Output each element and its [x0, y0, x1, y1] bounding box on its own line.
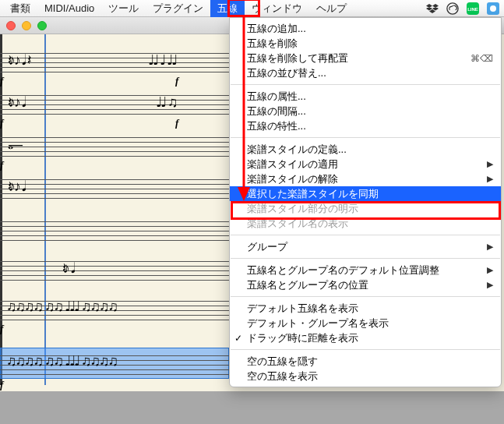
- staff-row[interactable]: 𝄽 ♪ ♩: [0, 256, 229, 281]
- menu-midi-audio[interactable]: MIDI/Audio: [37, 0, 101, 17]
- menu-apply-style[interactable]: 楽譜スタイルの適用▶: [230, 157, 501, 171]
- menu-item-label: 五線を削除して再配置: [247, 51, 348, 65]
- staff-row[interactable]: f f 𝄽 ♪♪ ♩ ♩♩ ♫: [0, 90, 229, 115]
- music-notes: ♩♩ ♩ ♩♩: [148, 53, 176, 67]
- menu-separator: [231, 235, 500, 235]
- staff-menu-dropdown: 五線の追加... 五線を削除 五線を削除して再配置 ⌘⌫ 五線の並び替え... …: [229, 17, 502, 387]
- menu-group[interactable]: グループ▶: [230, 239, 501, 254]
- creative-cloud-icon[interactable]: [446, 2, 459, 15]
- svg-point-4: [490, 5, 496, 12]
- menu-show-default-staff-names[interactable]: デフォルト五線名を表示: [230, 301, 501, 316]
- music-notes: 𝄽 ♪ ♩: [62, 261, 74, 275]
- submenu-arrow-icon: ▶: [487, 174, 493, 184]
- dropbox-icon[interactable]: [426, 2, 439, 15]
- menu-item-label: 楽譜スタイルの適用: [247, 157, 338, 171]
- menu-item-label: 楽譜スタイルの定義...: [247, 143, 347, 157]
- menu-name-position[interactable]: 五線名とグループ名の位置▶: [230, 277, 501, 292]
- menu-item-label: 五線の特性...: [247, 119, 306, 133]
- menu-staff-properties[interactable]: 五線の特性...: [230, 118, 501, 133]
- menu-item-label: ドラッグ時に距離を表示: [247, 331, 358, 345]
- music-notes: ♫♫♫♫ ♫♫ ♩♩♩ ♫♫♫♫: [6, 299, 117, 313]
- menu-window[interactable]: ウィンドウ: [245, 0, 309, 17]
- app-status-icon[interactable]: [487, 2, 499, 15]
- menu-item-label: 楽譜スタイル部分の明示: [247, 202, 358, 216]
- menu-plugins[interactable]: プラグイン: [146, 0, 210, 17]
- submenu-arrow-icon: ▶: [487, 265, 493, 275]
- dynamic-marking: f: [0, 117, 3, 129]
- menu-item-label: 空の五線を隠す: [247, 355, 318, 369]
- menu-show-drag-distance[interactable]: ✓ドラッグ時に距離を表示: [230, 330, 501, 345]
- menu-item-label: 五線名とグループ名のデフォルト位置調整: [247, 263, 439, 277]
- staff-row[interactable]: f 𝅝 —: [0, 132, 229, 157]
- dynamic-marking: f: [0, 323, 3, 335]
- staff-row-selected[interactable]: f ♫♫♫♫ ♫♫ ♩♩♩ ♫♫♫♫: [0, 351, 229, 376]
- menu-staff[interactable]: 五線: [210, 0, 245, 17]
- staff-row[interactable]: 𝄽 ♪♪ ♩: [0, 175, 229, 200]
- menu-delete-reposition-staff[interactable]: 五線を削除して再配置 ⌘⌫: [230, 51, 501, 65]
- menu-staff-attributes[interactable]: 五線の属性...: [230, 89, 501, 104]
- menu-item-label: 五線の追加...: [247, 22, 306, 36]
- window-controls: [6, 21, 47, 30]
- staff-row[interactable]: [0, 217, 229, 242]
- menu-tools[interactable]: ツール: [101, 0, 146, 17]
- menu-delete-staff[interactable]: 五線を削除: [230, 36, 501, 51]
- menubar-status-area: LINE: [426, 2, 504, 15]
- menu-default-name-position[interactable]: 五線名とグループ名のデフォルト位置調整▶: [230, 263, 501, 277]
- line-icon[interactable]: LINE: [467, 2, 479, 15]
- menu-show-empty-staves[interactable]: 空の五線を表示: [230, 369, 501, 383]
- menu-item-label: 空の五線を表示: [247, 369, 318, 383]
- svg-text:LINE: LINE: [467, 7, 478, 12]
- menu-separator: [231, 296, 500, 297]
- menu-item-label: 五線の間隔...: [247, 104, 306, 118]
- dynamic-marking: f: [175, 117, 178, 129]
- shortcut-icon: ⌘⌫: [471, 53, 493, 64]
- music-notes: 𝅝 —: [8, 137, 21, 151]
- staff-row[interactable]: f f 𝄽 ♪♪ ♩ 𝄽 ♩♩ ♩ ♩♩: [0, 48, 229, 73]
- menu-item-label: デフォルト五線名を表示: [247, 302, 358, 316]
- checkmark-icon: ✓: [234, 333, 242, 344]
- menu-item-label: 五線の並び替え...: [247, 66, 326, 80]
- submenu-arrow-icon: ▶: [487, 242, 493, 252]
- menu-item-label: 楽譜スタイル名の表示: [247, 217, 348, 231]
- menu-show-style-parts: 楽譜スタイル部分の明示: [230, 201, 501, 216]
- menu-separator: [231, 137, 500, 138]
- menu-document[interactable]: 書類: [3, 0, 37, 17]
- maximize-button[interactable]: [37, 21, 47, 30]
- dynamic-marking: f: [175, 75, 178, 87]
- system-menubar: 書類 MIDI/Audio ツール プラグイン 五線 ウィンドウ ヘルプ LIN…: [0, 0, 504, 17]
- music-notes: ♫♫♫♫ ♫♫ ♩♩♩ ♫♫♫♫: [6, 354, 117, 368]
- menu-separator: [231, 258, 500, 259]
- dynamic-marking: f: [0, 75, 3, 87]
- score-bottom-edge: [0, 391, 504, 401]
- menu-reorder-staff[interactable]: 五線の並び替え...: [230, 65, 501, 80]
- barline-selected: [44, 34, 46, 385]
- menu-item-label: 選択した楽譜スタイルを同期: [247, 187, 379, 201]
- menu-help[interactable]: ヘルプ: [309, 0, 354, 17]
- music-notes: 𝄽 ♪♪ ♩ 𝄽: [8, 53, 26, 67]
- menu-item-label: 五線を削除: [247, 37, 298, 51]
- menu-item-label: 楽譜スタイルの解除: [247, 172, 338, 186]
- menu-show-style-names: 楽譜スタイル名の表示: [230, 216, 501, 231]
- menu-item-label: デフォルト・グループ名を表示: [247, 316, 389, 330]
- music-notes: 𝄽 ♪♪ ♩: [8, 179, 25, 193]
- music-notes: ♩♩ ♫: [156, 95, 177, 109]
- menu-hide-empty-staves[interactable]: 空の五線を隠す: [230, 354, 501, 369]
- menu-separator: [231, 84, 500, 85]
- menu-item-label: 五線の属性...: [247, 90, 306, 104]
- menu-clear-style[interactable]: 楽譜スタイルの解除▶: [230, 171, 501, 186]
- menu-define-style[interactable]: 楽譜スタイルの定義...: [230, 142, 501, 157]
- menu-item-label: 五線名とグループ名の位置: [247, 278, 368, 292]
- music-notes: 𝄽 ♪♪ ♩: [8, 95, 25, 109]
- menu-sync-selected-style[interactable]: 選択した楽譜スタイルを同期: [230, 186, 501, 201]
- dynamic-marking: f: [0, 159, 3, 171]
- menu-staff-spacing[interactable]: 五線の間隔...: [230, 104, 501, 118]
- menu-show-default-group-names[interactable]: デフォルト・グループ名を表示: [230, 316, 501, 330]
- menu-separator: [231, 349, 500, 350]
- dynamic-marking: f: [0, 379, 3, 391]
- close-button[interactable]: [6, 21, 16, 30]
- submenu-arrow-icon: ▶: [487, 280, 493, 290]
- minimize-button[interactable]: [22, 21, 31, 30]
- menu-add-staff[interactable]: 五線の追加...: [230, 21, 501, 36]
- submenu-arrow-icon: ▶: [487, 159, 493, 169]
- staff-row[interactable]: f ♫♫♫♫ ♫♫ ♩♩♩ ♫♫♫♫: [0, 296, 229, 321]
